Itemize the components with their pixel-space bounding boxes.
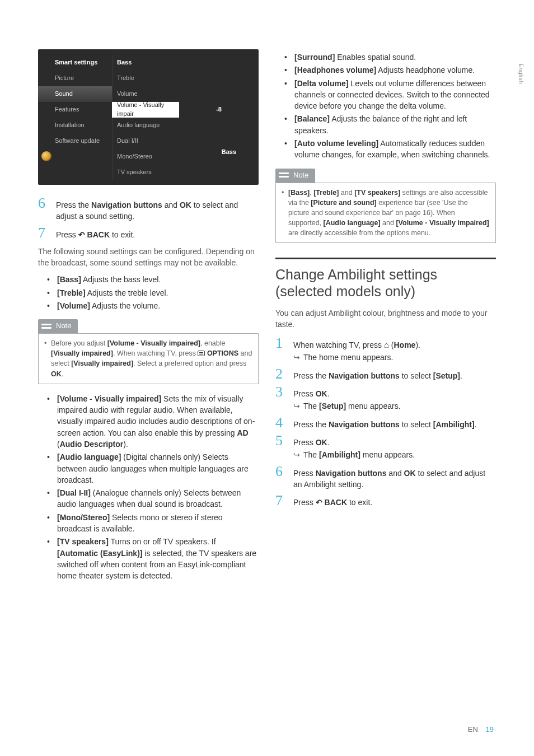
step-text: When watching TV, press (Home). The home… [293, 339, 496, 363]
page-content: Smart settings Bass Picture Treble Sound… [0, 0, 534, 609]
tv-left-item: Smart settings [38, 55, 112, 71]
step-text: Press the Navigation buttons and OK to s… [56, 199, 259, 222]
tv-right-item: Bass [112, 55, 179, 71]
note-body: Before you adjust [Volume - Visually imp… [38, 333, 259, 384]
result-text: The [Ambilight] menu appears. [293, 449, 496, 460]
step-number: 4 [275, 416, 285, 430]
step-number: 6 [275, 464, 285, 479]
note-box: Note [Bass], [Treble] and [TV speakers] … [275, 169, 496, 243]
list-item: [Mono/Stereo] Selects mono or stereo if … [38, 512, 259, 535]
tv-right-item: Treble [112, 71, 179, 86]
list-item: [Balance] Adjusts the balance of the rig… [275, 113, 496, 136]
step-number: 7 [275, 493, 285, 508]
list-item: [TV speakers] Turns on or off TV speaker… [38, 536, 259, 581]
step-4: 4 Press the Navigation buttons to select… [275, 416, 496, 430]
tv-left-item: Installation [38, 118, 112, 133]
back-icon [316, 498, 322, 507]
remote-ring-graphic [41, 151, 51, 161]
note-header: Note [275, 169, 315, 183]
list-item: [Treble] Adjusts the treble level. [38, 287, 259, 298]
right-column: [Surround] Enables spatial sound. [Headp… [275, 49, 496, 587]
note-body: [Bass], [Treble] and [TV speakers] setti… [275, 183, 496, 244]
step-number: 3 [275, 385, 285, 399]
step-number: 1 [275, 336, 285, 351]
step-5: 5 Press OK. The [Ambilight] menu appears… [275, 433, 496, 461]
list-item: [Dual I-II] (Analogue channels only) Sel… [38, 487, 259, 510]
back-icon [78, 230, 85, 239]
result-text: The [Setup] menu appears. [293, 400, 496, 412]
tv-right-item-selected: Volume - Visually impair [112, 102, 179, 118]
left-column: Smart settings Bass Picture Treble Sound… [38, 49, 259, 587]
paragraph: The following sound settings can be conf… [38, 246, 259, 269]
tv-right-item: TV speakers [112, 165, 179, 180]
tv-right-item: Dual I/II [112, 133, 179, 149]
step-6: 6 Press the Navigation buttons and OK to… [38, 196, 259, 222]
tv-left-item: Software update [38, 133, 112, 149]
note-icon [279, 171, 289, 179]
bullet-list: [Bass] Adjusts the bass level. [Treble] … [38, 274, 259, 311]
step-text: Press BACK to exit. [293, 497, 496, 508]
section-heading: Change Ambilight settings (selected mode… [275, 258, 496, 300]
list-item: [Bass] Adjusts the bass level. [38, 274, 259, 285]
tv-right-item: Volume [112, 86, 179, 102]
tv-value: -8 [179, 102, 259, 118]
list-item: [Audio language] (Digital channels only)… [38, 451, 259, 486]
step-text: Press BACK to exit. [56, 229, 259, 240]
step-3: 3 Press OK. The [Setup] menu appears. [275, 385, 496, 412]
step-text: Press the Navigation buttons to select [… [293, 370, 496, 381]
tv-menu-screenshot: Smart settings Bass Picture Treble Sound… [38, 49, 259, 185]
bullet-list: [Surround] Enables spatial sound. [Headp… [275, 52, 496, 161]
bullet-list: [Volume - Visually impaired] Sets the mi… [38, 393, 259, 582]
step-text: Press the Navigation buttons to select [… [293, 419, 496, 430]
tv-right-item: Mono/Stereo [112, 149, 179, 165]
step-text: Press OK. The [Setup] menu appears. [293, 388, 496, 412]
tv-preview-label: Bass [222, 148, 236, 157]
step-number: 2 [275, 367, 285, 381]
list-item: [Volume - Visually impaired] Sets the mi… [38, 393, 259, 450]
list-item: [Volume] Adjusts the volume. [38, 300, 259, 311]
tv-right-item: Audio language [112, 118, 179, 133]
step-7: 7 Press BACK to exit. [275, 493, 496, 508]
note-header: Note [38, 319, 78, 333]
result-text: The home menu appears. [293, 352, 496, 363]
list-item: [Delta volume] Levels out volume differe… [275, 78, 496, 112]
page-footer: EN 19 [468, 725, 494, 734]
footer-lang: EN [468, 725, 478, 734]
note-box: Note Before you adjust [Volume - Visuall… [38, 319, 259, 384]
step-7: 7 Press BACK to exit. [38, 226, 259, 240]
tv-left-item-selected: Sound [38, 86, 112, 102]
tv-left-item: Picture [38, 71, 112, 86]
note-icon [41, 323, 51, 330]
list-item: [Headphones volume] Adjusts headphone vo… [275, 64, 496, 76]
step-number: 5 [275, 433, 285, 448]
step-text: Press Navigation buttons and OK to selec… [293, 468, 496, 491]
step-text: Press OK. The [Ambilight] menu appears. [293, 437, 496, 461]
options-icon [198, 351, 205, 356]
home-icon [384, 340, 389, 349]
list-item: [Surround] Enables spatial sound. [275, 52, 496, 63]
language-tab: English [518, 64, 524, 84]
step-2: 2 Press the Navigation buttons to select… [275, 367, 496, 381]
step-6: 6 Press Navigation buttons and OK to sel… [275, 464, 496, 491]
tv-left-item: Features [38, 102, 112, 118]
step-number: 7 [38, 226, 48, 240]
step-number: 6 [38, 196, 48, 211]
paragraph: You can adjust Ambilight colour, brightn… [275, 307, 496, 330]
step-1: 1 When watching TV, press (Home). The ho… [275, 336, 496, 363]
footer-page-number: 19 [486, 725, 494, 734]
list-item: [Auto volume leveling] Automatically red… [275, 138, 496, 161]
